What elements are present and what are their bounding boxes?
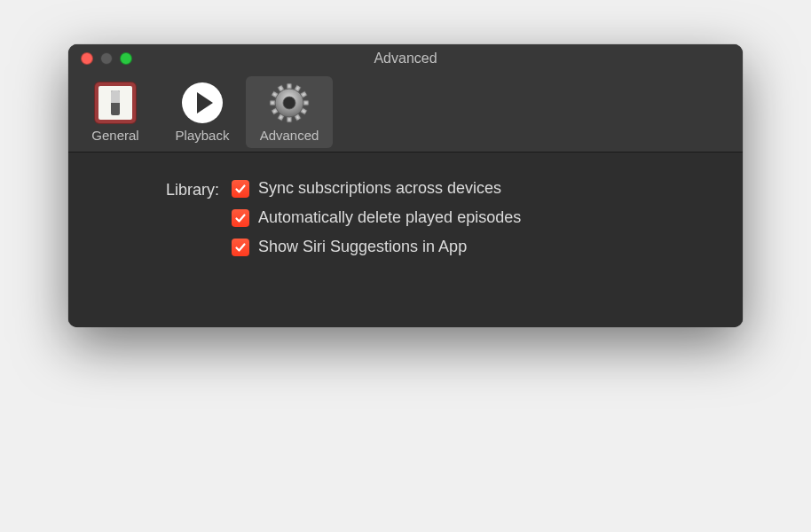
option-sync-label: Sync subscriptions across devices <box>258 179 501 198</box>
option-autodelete-label: Automatically delete played episodes <box>258 208 521 227</box>
zoom-button[interactable] <box>120 52 132 65</box>
window-title: Advanced <box>374 51 437 66</box>
content-panel: Library: Sync subscriptions across devic… <box>68 153 743 327</box>
close-button[interactable] <box>81 52 93 65</box>
tab-general[interactable]: General <box>72 76 159 148</box>
checkbox-sync[interactable] <box>232 180 249 198</box>
option-siri: Show Siri Suggestions in App <box>232 238 521 256</box>
tab-general-label: General <box>91 128 138 143</box>
tab-playback[interactable]: Playback <box>159 76 246 148</box>
preferences-window: Advanced General Playback <box>68 44 743 327</box>
toolbar-tabs: General Playback <box>68 73 743 153</box>
options-list: Sync subscriptions across devices Automa… <box>232 179 521 256</box>
playback-icon <box>181 82 224 124</box>
titlebar: Advanced <box>68 44 743 73</box>
tab-playback-label: Playback <box>176 128 230 143</box>
library-section: Library: Sync subscriptions across devic… <box>95 179 716 256</box>
general-icon <box>94 82 137 124</box>
minimize-button[interactable] <box>100 52 113 65</box>
traffic-lights <box>81 52 132 65</box>
svg-point-13 <box>283 97 295 109</box>
library-label: Library: <box>95 179 219 200</box>
option-autodelete: Automatically delete played episodes <box>232 208 521 227</box>
gear-icon <box>268 82 311 124</box>
checkbox-siri[interactable] <box>232 239 249 256</box>
option-sync: Sync subscriptions across devices <box>232 179 521 198</box>
option-siri-label: Show Siri Suggestions in App <box>258 238 467 256</box>
tab-advanced-label: Advanced <box>260 128 319 143</box>
checkbox-autodelete[interactable] <box>232 209 249 227</box>
tab-advanced[interactable]: Advanced <box>246 76 333 148</box>
